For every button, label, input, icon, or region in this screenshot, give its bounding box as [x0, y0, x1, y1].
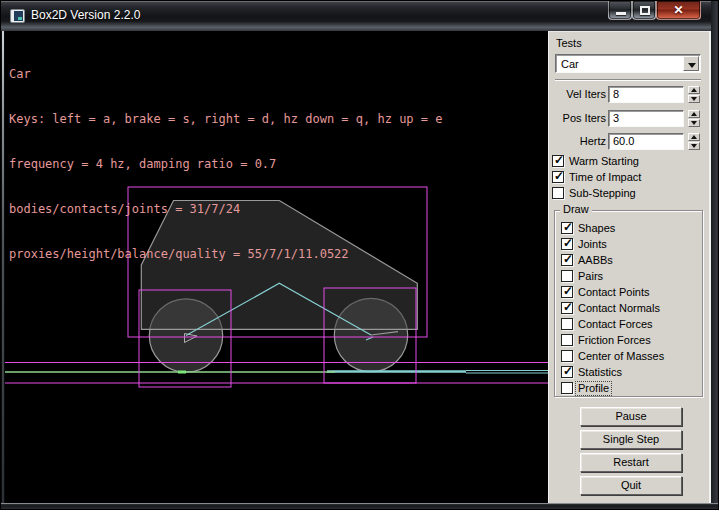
vel-iters-field[interactable]: 8: [608, 86, 684, 103]
check-icon: ✓: [554, 153, 564, 167]
close-button[interactable]: ✕: [656, 1, 701, 20]
arrow-down-icon: [691, 144, 697, 148]
vel-iters-label: Vel Iters: [549, 86, 606, 102]
checkbox-label: Sub-Stepping: [569, 187, 636, 200]
checkbox-box[interactable]: ✓: [561, 222, 573, 234]
contact-point: [178, 371, 186, 374]
checkbox-box[interactable]: ✓: [561, 286, 573, 298]
checkbox-box[interactable]: ✓: [561, 382, 573, 394]
spinner-down-button[interactable]: [688, 95, 700, 103]
tests-label: Tests: [556, 37, 582, 50]
spinner-down-button[interactable]: [688, 142, 700, 150]
arrow-up-icon: [691, 88, 697, 92]
check-icon: ✓: [563, 364, 573, 378]
checkbox-box[interactable]: ✓: [561, 334, 573, 346]
app-window: Box2D Version 2.2.0 ✕: [0, 0, 719, 510]
checkbox-box[interactable]: ✓: [552, 155, 564, 167]
checkbox-label: Pairs: [578, 270, 603, 283]
info-line-title: Car: [9, 67, 442, 82]
checkbox-box[interactable]: ✓: [561, 366, 573, 378]
minimize-icon: [616, 12, 626, 15]
arrow-down-icon: [691, 97, 697, 101]
app-icon[interactable]: [10, 9, 25, 23]
hertz-label: Hertz: [549, 133, 606, 149]
checkbox-box[interactable]: ✓: [561, 254, 573, 266]
pause-button[interactable]: Pause: [580, 407, 682, 426]
hertz-field[interactable]: 60.0: [608, 133, 684, 150]
window-border-right: [711, 1, 719, 510]
maximize-icon: [640, 6, 650, 15]
info-line-proxies: proxies/height/balance/quality = 55/7/1/…: [9, 247, 442, 262]
arrow-up-icon: [691, 112, 697, 116]
checkbox-label: Warm Starting: [569, 155, 639, 168]
check-icon: ✓: [563, 284, 573, 298]
check-icon: ✓: [563, 252, 573, 266]
pos-iters-label: Pos Iters: [549, 110, 606, 126]
app-icon-dot: [18, 17, 22, 20]
checkbox-box[interactable]: ✓: [561, 318, 573, 330]
checkbox-label: Joints: [578, 238, 607, 251]
checkbox-box[interactable]: ✓: [552, 171, 564, 183]
draw-group-title: Draw: [560, 203, 592, 216]
window-title: Box2D Version 2.2.0: [31, 1, 140, 29]
restart-button[interactable]: Restart: [580, 453, 682, 472]
minimize-button[interactable]: [608, 1, 632, 20]
close-icon: ✕: [657, 3, 700, 17]
tests-dropdown-value: Car: [561, 57, 579, 71]
separator: [555, 79, 701, 81]
checkbox-box[interactable]: ✓: [561, 302, 573, 314]
dropdown-arrow-button[interactable]: [683, 56, 699, 71]
title-bar[interactable]: Box2D Version 2.2.0 ✕: [1, 1, 719, 31]
quit-button[interactable]: Quit: [580, 476, 682, 495]
spinner-up-button[interactable]: [688, 133, 700, 141]
checkbox-label: Contact Forces: [578, 318, 653, 331]
pos-iters-field[interactable]: 3: [608, 110, 684, 127]
spinner-down-button[interactable]: [688, 119, 700, 127]
simulation-canvas[interactable]: Car Keys: left = a, brake = s, right = d…: [5, 31, 548, 503]
check-icon: ✓: [563, 300, 573, 314]
checkbox-label: Profile: [576, 382, 611, 395]
info-line-bodies: bodies/contacts/joints = 31/7/24: [9, 202, 442, 217]
tests-dropdown[interactable]: Car: [555, 54, 701, 73]
info-line-keys: Keys: left = a, brake = s, right = d, hz…: [9, 112, 442, 127]
vel-iters-spinner[interactable]: [688, 86, 700, 103]
hertz-spinner[interactable]: [688, 133, 700, 150]
arrow-down-icon: [691, 121, 697, 125]
checkbox-label: Center of Masses: [578, 350, 664, 363]
chevron-down-icon: [688, 63, 696, 68]
info-line-frequency: frequency = 4 hz, damping ratio = 0.7: [9, 157, 442, 172]
checkbox-label: Statistics: [578, 366, 622, 379]
checkbox-box[interactable]: ✓: [561, 270, 573, 282]
test-info-text: Car Keys: left = a, brake = s, right = d…: [9, 37, 442, 292]
checkbox-box[interactable]: ✓: [552, 187, 564, 199]
checkbox-box[interactable]: ✓: [561, 238, 573, 250]
single-step-button[interactable]: Single Step: [580, 430, 682, 449]
checkbox-label: Friction Forces: [578, 334, 651, 347]
checkbox-label: Contact Normals: [578, 302, 660, 315]
check-icon: ✓: [563, 236, 573, 250]
checkbox-label: Contact Points: [578, 286, 650, 299]
check-icon: ✓: [554, 169, 564, 183]
control-panel: Tests Car Vel Iters 8 Pos Iters 3 Hertz …: [548, 31, 711, 503]
checkbox-label: AABBs: [578, 254, 613, 267]
checkbox-label: Shapes: [578, 222, 615, 235]
window-border-bottom: [1, 503, 719, 510]
checkbox-label: Time of Impact: [569, 171, 641, 184]
spinner-up-button[interactable]: [688, 86, 700, 94]
pos-iters-spinner[interactable]: [688, 110, 700, 127]
maximize-button[interactable]: [632, 1, 656, 20]
arrow-up-icon: [691, 135, 697, 139]
spinner-up-button[interactable]: [688, 110, 700, 118]
checkbox-box[interactable]: ✓: [561, 350, 573, 362]
check-icon: ✓: [563, 220, 573, 234]
